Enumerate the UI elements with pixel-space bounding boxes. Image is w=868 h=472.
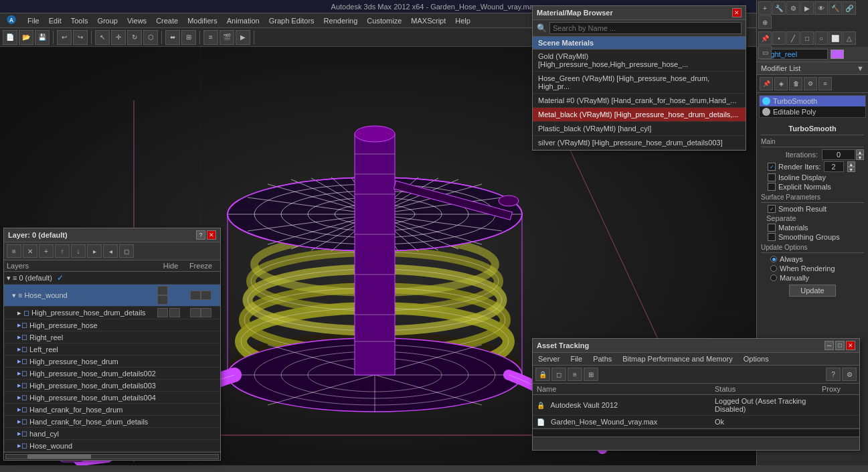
asset-btn-2[interactable]: ◻ xyxy=(551,368,566,381)
material-item[interactable]: Gold (VRayMtl) [High_pressure_hose,High_… xyxy=(533,50,746,72)
motion-icon[interactable]: ▶ xyxy=(800,1,814,15)
render-iters-checkbox[interactable] xyxy=(768,163,776,171)
material-item[interactable]: Plastic_black (VRayMtl) [hand_cyl] xyxy=(533,122,746,136)
material-search-input[interactable] xyxy=(549,22,742,34)
layer-row[interactable]: ▸◻ High_pressure_hose_drum_details003 xyxy=(4,380,220,392)
layer-btn[interactable]: ≡ xyxy=(203,30,218,45)
materials-checkbox[interactable] xyxy=(768,224,776,232)
point-icon[interactable]: • xyxy=(772,31,786,45)
move-btn[interactable]: ✛ xyxy=(111,30,126,45)
modify-icon[interactable]: 🔧 xyxy=(772,1,786,15)
iterations-input[interactable] xyxy=(822,149,855,160)
manually-radio[interactable] xyxy=(770,274,777,281)
asset-menu-file[interactable]: File xyxy=(565,353,588,365)
render-iters-input[interactable] xyxy=(824,161,844,172)
render-scene-btn[interactable]: 🎬 xyxy=(220,30,234,45)
pin-icon[interactable]: 📌 xyxy=(758,31,772,45)
layer-scrollbar[interactable] xyxy=(4,452,220,460)
layer-collapse-btn[interactable]: ◂ xyxy=(103,244,118,258)
asset-maximize-btn[interactable]: □ xyxy=(835,341,845,350)
layer-row[interactable]: ▸◻ High_pressure_hose_drum_details004 xyxy=(4,392,220,404)
make-unique-btn[interactable]: ◈ xyxy=(774,77,788,90)
layer-row[interactable]: ▸◻ hand_cyl xyxy=(4,428,220,440)
layer-move-up-btn[interactable]: ↑ xyxy=(55,244,70,258)
iterations-down[interactable]: ▼ xyxy=(856,155,864,160)
iterations-up[interactable]: ▲ xyxy=(856,149,864,155)
display-icon[interactable]: 👁 xyxy=(814,1,828,15)
menu-tools[interactable]: Tools xyxy=(67,15,92,26)
menu-create[interactable]: Create xyxy=(152,15,182,26)
menu-graph-editors[interactable]: Graph Editors xyxy=(265,15,319,26)
explicit-normals-checkbox[interactable] xyxy=(768,183,776,191)
menu-customize[interactable]: Customize xyxy=(363,15,406,26)
when-rendering-radio[interactable] xyxy=(770,265,777,272)
smoothing-groups-checkbox[interactable] xyxy=(768,233,776,241)
asset-menu-server[interactable]: Server xyxy=(533,353,565,365)
layer-close-btn[interactable]: ✕ xyxy=(207,230,216,240)
asset-help-btn[interactable]: ? xyxy=(826,368,841,381)
sphere-icon[interactable]: ○ xyxy=(814,31,828,45)
asset-menu-bitmap[interactable]: Bitmap Performance and Memory xyxy=(617,353,737,365)
render-iters-down[interactable]: ▼ xyxy=(847,167,855,172)
layer-row[interactable]: ▸◻ High_pressure_hose xyxy=(4,319,220,331)
layer-row[interactable]: ▸◻ High_pressure_hose_drum_details002 xyxy=(4,368,220,380)
scroll-thumb[interactable] xyxy=(27,455,91,459)
cone-icon[interactable]: △ xyxy=(843,31,856,45)
menu-modifiers[interactable]: Modifiers xyxy=(183,15,222,26)
menu-file[interactable]: File xyxy=(23,15,44,26)
layer-row[interactable]: ▾ ≡ 0 (default) ✓ xyxy=(4,272,220,285)
bind-icon[interactable]: ⊕ xyxy=(758,15,772,29)
asset-scrollbar[interactable] xyxy=(533,428,859,437)
layer-delete-btn[interactable]: ✕ xyxy=(23,244,37,258)
new-file-btn[interactable]: 📄 xyxy=(3,30,17,45)
menu-views[interactable]: Views xyxy=(123,15,151,26)
scroll-track[interactable] xyxy=(5,454,219,459)
remove-modifier-btn[interactable]: 🗑 xyxy=(789,77,802,90)
utilities-icon[interactable]: 🔨 xyxy=(829,1,842,15)
always-radio[interactable] xyxy=(770,256,777,262)
layer-row[interactable]: ▸◻ High_pressure_hose_drum xyxy=(4,356,220,368)
modifier-editable-poly[interactable]: Editable Poly xyxy=(760,106,865,117)
modifier-options-btn[interactable]: ⚙ xyxy=(804,77,817,90)
save-btn[interactable]: 💾 xyxy=(35,30,50,45)
layer-row[interactable]: ▾ ≡ Hose_wound xyxy=(4,285,220,307)
open-btn[interactable]: 📂 xyxy=(19,30,33,45)
redo-btn[interactable]: ↪ xyxy=(73,30,88,45)
modifier-dropdown-arrow[interactable]: ▼ xyxy=(857,64,864,72)
pin-modifier-btn[interactable]: 📌 xyxy=(760,77,773,90)
asset-options-btn[interactable]: ⚙ xyxy=(842,368,857,381)
asset-menu-options[interactable]: Options xyxy=(738,353,774,365)
layer-row[interactable]: ▸◻ Left_reel xyxy=(4,343,220,356)
layer-type-icon[interactable]: ≡ xyxy=(7,244,21,258)
layer-expand-btn[interactable]: ▸ xyxy=(87,244,102,258)
rotate-btn[interactable]: ↻ xyxy=(127,30,142,45)
create-icon[interactable]: + xyxy=(758,1,772,15)
line-icon[interactable]: ╱ xyxy=(786,31,800,45)
asset-row[interactable]: 🔒 Autodesk Vault 2012 Logged Out (Asset … xyxy=(533,395,859,416)
material-item[interactable]: silver (VRayMtl) [High_pressure_hose_dru… xyxy=(533,136,746,150)
layer-select-btn[interactable]: ◻ xyxy=(119,244,134,258)
undo-btn[interactable]: ↩ xyxy=(57,30,72,45)
asset-close-btn[interactable]: ✕ xyxy=(846,341,855,350)
hierarchy-icon[interactable]: ⚙ xyxy=(786,1,800,15)
layer-row[interactable]: ▸◻ Hand_crank_for_hose_drum_details xyxy=(4,416,220,428)
asset-btn-4[interactable]: ⊞ xyxy=(584,368,598,381)
layer-row[interactable]: ▸◻ Right_reel xyxy=(4,331,220,343)
render-btn[interactable]: ▶ xyxy=(236,30,250,45)
menu-rendering[interactable]: Rendering xyxy=(320,15,362,26)
layer-row[interactable]: ▸◻ Hose_wound xyxy=(4,440,220,452)
asset-btn-1[interactable]: 🔒 xyxy=(535,368,550,381)
smooth-result-checkbox[interactable] xyxy=(768,205,776,213)
menu-help[interactable]: Help xyxy=(451,15,474,26)
layer-row[interactable]: ▸◻ Hand_crank_for_hose_drum xyxy=(4,404,220,416)
box-icon[interactable]: □ xyxy=(800,31,814,45)
asset-minimize-btn[interactable]: ─ xyxy=(824,341,834,350)
select-btn[interactable]: ↖ xyxy=(95,30,110,45)
menu-group[interactable]: Group xyxy=(93,15,122,26)
render-iters-up[interactable]: ▲ xyxy=(847,161,855,167)
isoline-checkbox[interactable] xyxy=(768,173,776,181)
plane-icon[interactable]: ▭ xyxy=(758,46,772,59)
menu-edit[interactable]: Edit xyxy=(45,15,66,26)
link-icon[interactable]: 🔗 xyxy=(843,1,856,15)
layer-add-btn[interactable]: + xyxy=(39,244,54,258)
